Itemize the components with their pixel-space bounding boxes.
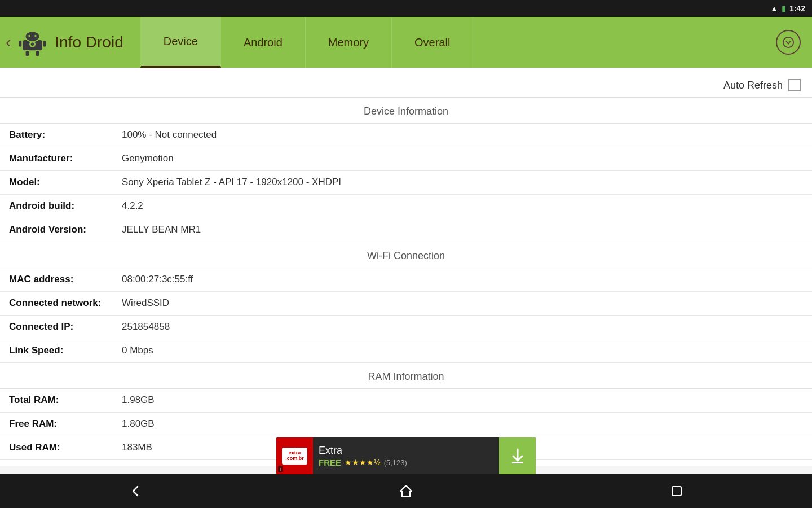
value-total-ram: 1.98GB	[122, 395, 803, 406]
svg-line-4	[25, 29, 28, 32]
tab-device[interactable]: Device	[140, 17, 221, 68]
ad-download-button[interactable]	[499, 437, 536, 474]
status-bar: ▲ ▮ 1:42	[0, 0, 812, 17]
ad-name: Extra	[319, 445, 493, 457]
label-manufacturer: Manufacturer:	[9, 153, 122, 164]
svg-point-11	[31, 42, 34, 46]
tab-bar: Device Android Memory Overall	[140, 17, 474, 68]
label-connected-ip: Connected IP:	[9, 321, 122, 332]
section-header-device: Device Information	[0, 98, 812, 124]
table-row: Manufacturer: Genymotion	[0, 147, 812, 171]
recents-nav-icon	[669, 483, 685, 499]
ad-free-label: FREE	[319, 458, 341, 467]
svg-rect-7	[43, 40, 46, 47]
download-icon	[509, 447, 527, 465]
value-android-build: 4.2.2	[122, 200, 803, 212]
value-connected-ip: 251854858	[122, 321, 803, 332]
label-android-version: Android Version:	[9, 224, 122, 235]
wifi-icon: ▲	[770, 4, 778, 13]
dropdown-button[interactable]	[776, 30, 801, 55]
svg-rect-6	[19, 40, 22, 47]
value-android-version: JELLY BEAN MR1	[122, 224, 803, 235]
home-nav-icon	[398, 483, 414, 499]
table-row: Free RAM: 1.80GB	[0, 413, 812, 436]
svg-point-3	[34, 34, 37, 37]
svg-point-1	[25, 31, 39, 41]
value-battery: 100% - Not connected	[122, 129, 803, 141]
label-total-ram: Total RAM:	[9, 395, 122, 406]
svg-rect-13	[512, 462, 523, 463]
auto-refresh-checkbox[interactable]	[788, 79, 801, 91]
ad-banner[interactable]: extra.com.br i Extra FREE ★★★★½ (5,123)	[276, 437, 536, 474]
svg-rect-15	[672, 487, 681, 496]
back-nav-icon	[127, 483, 143, 499]
app-bar: ‹ Info Droid Device	[0, 17, 812, 68]
section-header-ram: RAM Information	[0, 363, 812, 389]
value-mac: 08:00:27:3c:55:ff	[122, 274, 803, 285]
tab-android[interactable]: Android	[221, 17, 306, 68]
app-icon	[15, 25, 49, 59]
recents-button[interactable]	[669, 483, 685, 499]
label-link-speed: Link Speed:	[9, 345, 122, 356]
ad-icon-inner: extra.com.br	[282, 448, 307, 465]
ad-text: Extra FREE ★★★★½ (5,123)	[313, 441, 499, 471]
svg-line-5	[37, 29, 39, 32]
ad-reviews: (5,123)	[384, 458, 407, 467]
back-arrow-icon[interactable]: ‹	[6, 33, 11, 51]
svg-rect-8	[25, 50, 29, 56]
value-free-ram: 1.80GB	[122, 418, 803, 430]
value-manufacturer: Genymotion	[122, 153, 803, 164]
value-model: Sony Xperia Tablet Z - API 17 - 1920x120…	[122, 177, 803, 188]
label-mac: MAC address:	[9, 274, 122, 285]
tab-overall[interactable]: Overall	[392, 17, 473, 68]
content-area: Auto Refresh Device Information Battery:…	[0, 68, 812, 466]
auto-refresh-bar: Auto Refresh	[0, 73, 812, 98]
ad-info-badge: i	[278, 466, 283, 472]
label-android-build: Android build:	[9, 200, 122, 212]
back-button[interactable]	[127, 483, 143, 499]
value-connected-network: WiredSSID	[122, 297, 803, 309]
nav-bar	[0, 474, 812, 508]
label-battery: Battery:	[9, 129, 122, 141]
table-row: Android Version: JELLY BEAN MR1	[0, 218, 812, 242]
ad-stars: ★★★★½	[345, 458, 381, 467]
table-row: Model: Sony Xperia Tablet Z - API 17 - 1…	[0, 171, 812, 195]
table-row: Android build: 4.2.2	[0, 195, 812, 218]
auto-refresh-label: Auto Refresh	[723, 80, 783, 91]
label-connected-network: Connected network:	[9, 297, 122, 309]
table-row: Link Speed: 0 Mbps	[0, 339, 812, 363]
ad-free-row: FREE ★★★★½ (5,123)	[319, 458, 493, 467]
svg-point-2	[28, 34, 30, 37]
time-display: 1:42	[789, 4, 805, 13]
status-icons: ▲ ▮ 1:42	[770, 4, 805, 13]
app-title: Info Droid	[55, 33, 123, 51]
svg-marker-14	[400, 485, 412, 497]
label-used-ram: Used RAM:	[9, 442, 122, 453]
value-link-speed: 0 Mbps	[122, 345, 803, 356]
ad-icon: extra.com.br i	[276, 437, 313, 474]
svg-point-12	[783, 37, 793, 47]
label-model: Model:	[9, 177, 122, 188]
label-free-ram: Free RAM:	[9, 418, 122, 430]
table-row: Connected network: WiredSSID	[0, 292, 812, 316]
table-row: MAC address: 08:00:27:3c:55:ff	[0, 268, 812, 292]
app-logo-icon	[17, 27, 48, 58]
tab-memory[interactable]: Memory	[306, 17, 392, 68]
table-row: Total RAM: 1.98GB	[0, 389, 812, 413]
table-row: Connected IP: 251854858	[0, 316, 812, 339]
section-header-wifi: Wi-Fi Connection	[0, 242, 812, 268]
svg-rect-9	[36, 50, 39, 56]
table-row: Battery: 100% - Not connected	[0, 124, 812, 147]
home-button[interactable]	[398, 483, 414, 499]
battery-icon: ▮	[782, 4, 786, 13]
